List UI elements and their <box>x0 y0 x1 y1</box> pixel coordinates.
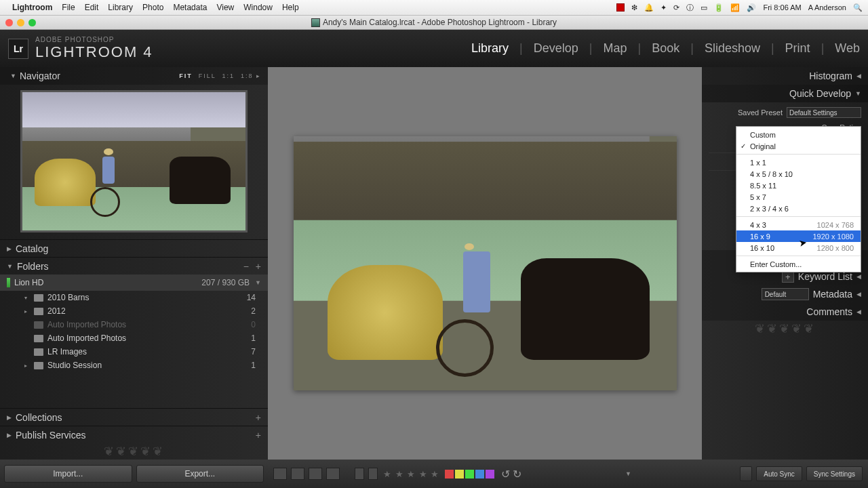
add-collection-button[interactable]: + <box>256 412 261 423</box>
photo-preview[interactable] <box>294 136 677 390</box>
window-titlebar: Andy's Main Catalog.lrcat - Adobe Photos… <box>0 15 868 30</box>
folder-tree: Lion HD 207 / 930 GB ▼ ▾2010 Barns14▸201… <box>0 274 268 408</box>
menu-help[interactable]: Help <box>282 3 299 12</box>
module-develop[interactable]: Develop <box>534 41 578 56</box>
expand-icon: ▶ <box>7 432 12 439</box>
label-yellow[interactable] <box>455 470 464 479</box>
display-icon[interactable]: ▭ <box>701 3 707 12</box>
volume-icon[interactable]: 🔊 <box>747 3 756 12</box>
label-red[interactable] <box>445 470 454 479</box>
crop-option-5x7[interactable]: 5 x 7 <box>736 191 861 203</box>
zoom-window-button[interactable] <box>28 19 36 26</box>
toolbar-dropdown-icon[interactable]: ▼ <box>625 470 631 477</box>
mac-menubar: Lightroom File Edit Library Photo Metada… <box>0 0 868 15</box>
menu-file[interactable]: File <box>62 3 75 12</box>
app-menu[interactable]: Lightroom <box>12 3 52 12</box>
crop-option-screen[interactable]: 4 x 31024 x 768 <box>736 219 861 230</box>
folder-name: Studio Session <box>47 361 102 370</box>
volume-row[interactable]: Lion HD 207 / 930 GB ▼ <box>0 274 268 291</box>
crop-option-85x11[interactable]: 8.5 x 11 <box>736 180 861 191</box>
folder-count: 7 <box>251 347 256 357</box>
auto-sync-button[interactable]: Auto Sync <box>756 466 802 481</box>
navigator-zoom-options[interactable]: FIT FILL 1:1 1:8 ▸ <box>179 73 261 79</box>
menu-photo[interactable]: Photo <box>142 3 163 12</box>
menu-window[interactable]: Window <box>243 3 273 12</box>
navigator-header[interactable]: ▼ Navigator FIT FILL 1:1 1:8 ▸ <box>0 67 268 85</box>
metadata-header[interactable]: Default Metadata ◀ <box>702 285 868 303</box>
spotlight-icon[interactable]: ✦ <box>660 3 667 12</box>
add-folder-button[interactable]: + <box>256 261 261 272</box>
export-button[interactable]: Export... <box>136 465 264 483</box>
histogram-header[interactable]: Histogram ◀ <box>702 67 868 85</box>
flag-pick-icon[interactable] <box>355 468 364 480</box>
loupe-view-icon[interactable] <box>291 468 304 480</box>
wifi-icon[interactable]: 📶 <box>730 3 740 12</box>
crop-option-2x3[interactable]: 2 x 3 / 4 x 6 <box>736 203 861 214</box>
crop-option-enter-custom[interactable]: Enter Custom... <box>736 258 861 270</box>
sync-lock-icon[interactable] <box>740 466 752 481</box>
module-picker: Library| Develop| Map| Book| Slideshow| … <box>471 41 860 56</box>
rotate-ccw-icon[interactable]: ↺ <box>501 468 510 481</box>
folder-count: 2 <box>251 306 256 316</box>
publish-services-header[interactable]: ▶ Publish Services + <box>0 426 268 443</box>
saved-preset-select[interactable]: Default Settings <box>787 107 861 118</box>
add-publish-button[interactable]: + <box>256 430 261 441</box>
user-menu[interactable]: A Anderson <box>808 3 846 12</box>
metadata-preset-select[interactable]: Default <box>762 288 809 300</box>
label-purple[interactable] <box>486 470 494 479</box>
folders-label: Folders <box>17 261 49 272</box>
volume-disclosure-icon[interactable]: ▼ <box>255 279 261 286</box>
menu-library[interactable]: Library <box>108 3 133 12</box>
menu-metadata[interactable]: Metadata <box>173 3 207 12</box>
app-header: Lr ADOBE PHOTOSHOP LIGHTROOM 4 Library| … <box>0 30 868 67</box>
info-icon[interactable]: ⓘ <box>686 3 694 13</box>
module-map[interactable]: Map <box>603 41 627 56</box>
bottom-toolbar: Import... Export... ★ ★ ★ ★ ★ ↺ ↻ ▼ Auto… <box>0 460 868 488</box>
menu-edit[interactable]: Edit <box>85 3 99 12</box>
navigator-thumbnail[interactable] <box>20 90 248 232</box>
crop-option-1x1[interactable]: 1 x 1 <box>736 157 861 168</box>
minimize-window-button[interactable] <box>17 19 24 26</box>
crop-option-4x5[interactable]: 4 x 5 / 8 x 10 <box>736 168 861 180</box>
survey-view-icon[interactable] <box>326 468 340 480</box>
compare-view-icon[interactable] <box>309 468 322 480</box>
spotlight-search-icon[interactable]: 🔍 <box>853 3 863 12</box>
clock[interactable]: Fri 8:06 AM <box>763 3 801 12</box>
flag-reject-icon[interactable] <box>368 468 378 480</box>
grid-view-icon[interactable] <box>273 468 287 480</box>
folder-row[interactable]: ▸20122 <box>0 304 268 318</box>
module-book[interactable]: Book <box>652 41 679 56</box>
catalog-header[interactable]: ▶ Catalog <box>0 239 268 257</box>
folder-row[interactable]: LR Images7 <box>0 345 268 359</box>
folders-header[interactable]: ▼ Folders − + <box>0 257 268 274</box>
import-button[interactable]: Import... <box>4 465 132 483</box>
crop-option-original[interactable]: ✓Original <box>736 140 861 152</box>
crop-option-custom[interactable]: Custom <box>736 129 861 140</box>
battery-icon[interactable]: 🔋 <box>714 3 724 12</box>
folder-row[interactable]: Auto Imported Photos1 <box>0 331 268 345</box>
module-web[interactable]: Web <box>835 41 860 56</box>
module-library[interactable]: Library <box>471 41 509 56</box>
quick-develop-header[interactable]: Quick Develop ▼ <box>702 85 868 102</box>
sync-settings-button[interactable]: Sync Settings <box>806 466 863 481</box>
remove-folder-button[interactable]: − <box>243 261 249 272</box>
close-window-button[interactable] <box>5 19 13 26</box>
module-slideshow[interactable]: Slideshow <box>705 41 760 56</box>
publish-label: Publish Services <box>16 430 86 441</box>
comments-header[interactable]: Comments ◀ <box>702 303 868 321</box>
rating-stars[interactable]: ★ ★ ★ ★ ★ <box>383 469 439 479</box>
rotate-cw-icon[interactable]: ↻ <box>513 468 521 481</box>
module-print[interactable]: Print <box>785 41 810 56</box>
keyword-list-label: Keyword List <box>798 271 852 282</box>
loupe-view[interactable] <box>268 67 702 460</box>
folder-row[interactable]: Auto Imported Photos0 <box>0 318 268 331</box>
notification-icon[interactable]: 🔔 <box>644 3 654 12</box>
folder-row[interactable]: ▸Studio Session1 <box>0 359 268 372</box>
sync-icon[interactable]: ⟳ <box>673 3 679 12</box>
menu-view[interactable]: View <box>216 3 234 12</box>
collections-header[interactable]: ▶ Collections + <box>0 408 268 426</box>
label-green[interactable] <box>465 470 474 479</box>
collapse-icon: ▼ <box>10 73 16 79</box>
folder-row[interactable]: ▾2010 Barns14 <box>0 291 268 304</box>
label-blue[interactable] <box>475 470 484 479</box>
